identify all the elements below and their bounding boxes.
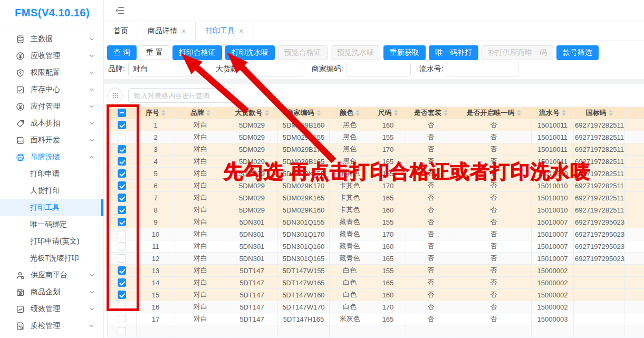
sidebar-item[interactable]: 绩效管理: [0, 301, 103, 317]
sidebar-item[interactable]: 面料开发: [0, 132, 103, 149]
sidebar-subitem[interactable]: 光板T洗唛打印: [0, 250, 103, 267]
column-header[interactable]: 尺码: [370, 107, 406, 119]
row-checkbox[interactable]: [118, 315, 126, 323]
table-row[interactable]: [108, 325, 644, 337]
table-row[interactable]: 13对白5DT1475DT147W155白色155否否15000002: [108, 265, 644, 277]
close-tab-icon[interactable]: ×: [181, 27, 186, 35]
filter-row: 品牌:对白大货款号:商家编码:流水号:: [107, 62, 644, 76]
table-cell: [406, 325, 456, 337]
column-header[interactable]: 国标码: [574, 107, 625, 119]
sidebar-item[interactable]: 商品企划: [0, 284, 103, 301]
toolbar-button[interactable]: 重新获取: [383, 45, 426, 60]
filter-input[interactable]: [251, 62, 303, 76]
table-row[interactable]: 5对白5DM0295DM029K155卡其色155否否1501001069271…: [108, 168, 644, 180]
row-checkbox[interactable]: [118, 254, 126, 263]
table-row[interactable]: 6对白5DM0295DM029K170卡其色170否否1501001069271…: [108, 180, 644, 192]
table-row[interactable]: 14对白5DT1475DT147W165白色165否否15000002: [108, 277, 644, 289]
table-row[interactable]: 11对白5DN3015DN301Q160藏青色160否否150100076927…: [108, 240, 644, 253]
table-cell: 5DT147W165: [278, 277, 330, 289]
table-row[interactable]: 1对白5DM0295DM029B160黑色160否否15010011692719…: [108, 119, 644, 131]
column-header[interactable]: 商家编码: [278, 107, 330, 119]
toolbar-button[interactable]: 款号筛选: [556, 45, 599, 60]
brand-select[interactable]: 对白: [128, 62, 207, 76]
row-checkbox[interactable]: [118, 145, 126, 153]
table-row[interactable]: 10对白5DN3015DN301Q170藏青色170否否150100076927…: [108, 228, 644, 240]
table-row[interactable]: 2对白5DM0295DM029B155黑色155否否15010011692719…: [108, 131, 644, 143]
sidebar-item[interactable]: 应付管理: [0, 98, 103, 115]
row-checkbox[interactable]: [118, 230, 126, 238]
sidebar-subitem[interactable]: 打印工具: [0, 199, 103, 216]
row-checkbox[interactable]: [118, 242, 126, 250]
table-cell: 12: [137, 253, 175, 265]
sidebar-item[interactable]: 供应商平台: [0, 267, 103, 284]
table-cell: [456, 325, 532, 337]
table-panel: 序号品牌大货款号商家编码颜色尺码是否套装是否开启唯一码流水号国标码 1对白5DM…: [104, 84, 644, 338]
row-checkbox[interactable]: [118, 121, 126, 129]
toolbar-button[interactable]: 打印合格证: [172, 45, 222, 60]
sidebar-item[interactable]: 成本折扣: [0, 115, 103, 132]
tab[interactable]: 商品详情×: [138, 21, 196, 41]
toolbar-button[interactable]: 打印洗水唛: [225, 45, 275, 60]
row-checkbox[interactable]: [118, 194, 126, 202]
table-row[interactable]: 8对白5DM0295DM029K160卡其色160否否1501001069271…: [108, 204, 644, 216]
row-checkbox[interactable]: [118, 278, 126, 287]
table-row[interactable]: 7对白5DM0295DM029K165卡其色165否否1501001069271…: [108, 192, 644, 204]
table-cell: 5DM029: [226, 180, 278, 192]
table-row[interactable]: 12对白5DN3015DN301Q165藏青色165否否150100076927…: [108, 253, 644, 265]
row-checkbox-cell: [108, 156, 137, 168]
column-header[interactable]: 是否套装: [406, 107, 456, 119]
row-checkbox[interactable]: [118, 291, 126, 299]
table-row[interactable]: 17对白5DT1475DT147H165米灰色165否否15000003: [108, 313, 644, 325]
table-row[interactable]: 16对白5DT1475DT147W170白色170否否15000002: [108, 301, 644, 313]
row-checkbox[interactable]: [118, 218, 126, 226]
select-all-checkbox[interactable]: [118, 109, 126, 117]
filter-input[interactable]: [447, 62, 518, 76]
sidebar-item[interactable]: 质检管理: [0, 317, 103, 334]
sidebar-item[interactable]: 库存中心: [0, 81, 103, 98]
printer-icon: [16, 153, 25, 162]
toolbar-button[interactable]: 重 置: [140, 45, 169, 60]
row-checkbox[interactable]: [118, 206, 126, 214]
column-header[interactable]: 大货款号: [226, 107, 278, 119]
table-cell: 白色: [330, 277, 370, 289]
tab[interactable]: 首页: [104, 21, 138, 41]
table-cell: 5DT147: [226, 265, 278, 277]
table-search-input[interactable]: [128, 88, 234, 103]
row-checkbox[interactable]: [118, 181, 126, 190]
sidebar-item[interactable]: 主数据: [0, 31, 103, 47]
toolbar-button[interactable]: 查 询: [107, 45, 137, 60]
column-settings-button[interactable]: [107, 88, 123, 103]
column-header[interactable]: 是否开启唯一码: [456, 107, 532, 119]
column-header[interactable]: 品牌: [175, 107, 226, 119]
table-cell: 5DM029B170: [278, 143, 330, 156]
row-checkbox[interactable]: [118, 169, 126, 178]
column-header[interactable]: 序号: [137, 107, 175, 119]
menu-fold-icon[interactable]: [114, 5, 125, 16]
table-row[interactable]: 4对白5DM0295DM029B165黑色165否否15010011692719…: [108, 156, 644, 168]
filter-input[interactable]: [347, 62, 411, 76]
sidebar-subitem[interactable]: 打印申请(英文): [0, 233, 103, 250]
table-row[interactable]: 15对白5DT1475DT147W160白色160否否15000002: [108, 289, 644, 301]
toolbar-button[interactable]: 唯一码补打: [429, 45, 478, 60]
sidebar-subitem[interactable]: 大货打印: [0, 182, 103, 199]
row-checkbox[interactable]: [118, 327, 126, 335]
row-checkbox[interactable]: [118, 303, 126, 311]
row-checkbox[interactable]: [118, 157, 126, 166]
sidebar-item[interactable]: 吊牌洗唛: [0, 149, 103, 166]
table-cell: 藏青色: [330, 240, 370, 253]
row-checkbox[interactable]: [118, 266, 126, 275]
column-header[interactable]: 流水号: [532, 107, 574, 119]
table-cell: 5DM029K170: [278, 180, 330, 192]
column-header[interactable]: 颜色: [330, 107, 370, 119]
tab[interactable]: 打印工具×: [196, 21, 253, 41]
table-row[interactable]: 3对白5DM0295DM029B170黑色170否否15010011692719…: [108, 143, 644, 156]
sidebar-subitem[interactable]: 唯一码绑定: [0, 216, 103, 233]
close-tab-icon[interactable]: ×: [239, 27, 243, 35]
table-cell: 卡其色: [330, 180, 370, 192]
table-cell: 5DM029K155: [278, 168, 330, 180]
sidebar-item[interactable]: 权限配置: [0, 64, 103, 81]
sidebar-subitem[interactable]: 打印申请: [0, 166, 103, 182]
table-row[interactable]: 9对白5DN3015DN301Q155藏青色155否否1501000769271…: [108, 216, 644, 228]
row-checkbox[interactable]: [118, 133, 126, 141]
sidebar-item[interactable]: 应收管理: [0, 47, 103, 64]
